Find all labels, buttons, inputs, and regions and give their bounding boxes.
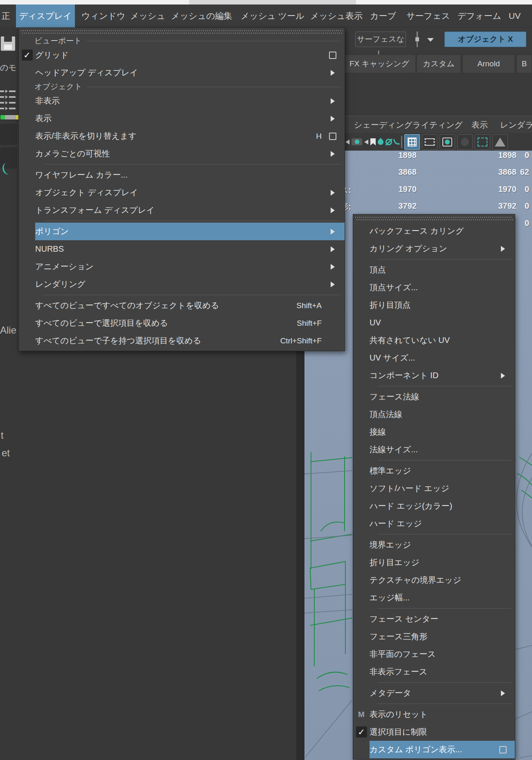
polygon-submenu-item-35[interactable]: ✓選択項目に制限 (353, 723, 515, 741)
display-menu-item-5[interactable]: 非表示 (19, 92, 345, 110)
display-menu-item-12[interactable]: トランスフォーム ディスプレイ (19, 201, 345, 219)
window-edge-block (189, 0, 356, 5)
polygon-submenu-item-23[interactable]: 折り目エッジ (353, 554, 515, 571)
panel-menu-0[interactable]: シェーディング (354, 116, 413, 133)
menubar-item-8[interactable]: サーフェス (406, 5, 450, 27)
polygon-submenu-item-32[interactable]: メタデータ (353, 684, 515, 702)
polygon-submenu-item-30[interactable]: 非表示フェース (353, 663, 515, 681)
menubar-item-5[interactable]: メッシュ ツール (241, 5, 304, 27)
menubar-item-4[interactable]: メッシュの編集 (171, 5, 232, 27)
panel-menu-1[interactable]: ライティング (413, 116, 463, 133)
polygon-submenu-item-29[interactable]: 非平面のフェース (353, 645, 515, 663)
display-menu-item-17[interactable]: レンダリング (19, 275, 345, 293)
panel-menu-2[interactable]: 表示 (471, 116, 488, 133)
polygon-submenu-item-2[interactable]: カリング オプション (353, 240, 515, 257)
selection-mask-field[interactable]: オブジェクト X (444, 32, 526, 47)
polygon-submenu-tearoff-handle[interactable] (355, 216, 513, 221)
grid-view-button[interactable] (404, 134, 420, 150)
display-menu-item-8[interactable]: カメラごとの可視性 (19, 145, 345, 162)
option-box[interactable] (499, 746, 507, 753)
menubar-item-7[interactable]: カーブ (370, 5, 396, 27)
option-box[interactable] (329, 52, 336, 59)
polygon-submenu-item-1[interactable]: バックフェース カリング (353, 222, 515, 240)
shelf-tab-3[interactable]: B (516, 54, 532, 73)
field-chart-button[interactable] (475, 134, 490, 150)
polygon-submenu-item-36[interactable]: カスタム ポリゴン表示... (353, 741, 515, 758)
polygon-submenu-item-8[interactable]: 共有されていない UV (353, 332, 515, 349)
display-menu-item-11[interactable]: オブジェクト ディスプレイ (19, 184, 345, 201)
shelf-tab-1[interactable]: カスタム (417, 54, 461, 73)
polygon-submenu-item-gutter: ✓ (353, 726, 370, 737)
panel-menu-3[interactable]: レンダラ (500, 116, 532, 133)
display-menu-item-16[interactable]: アニメーション (19, 258, 345, 275)
polygon-submenu-item-22[interactable]: 境界エッジ (353, 536, 515, 554)
pick-icon[interactable] (394, 138, 399, 145)
polygon-submenu-item-19[interactable]: ハード エッジ(カラー) (353, 497, 515, 515)
prev-arrow-icon[interactable] (345, 140, 349, 144)
safe-action-button[interactable] (492, 134, 508, 150)
menubar-item-0[interactable]: 正 (2, 5, 10, 27)
shelf-tab-2[interactable]: Arnold (462, 54, 515, 73)
display-menu-item-3[interactable]: ヘッドアップ ディスプレイ (19, 64, 345, 81)
display-menu-item-7[interactable]: 表示/非表示を切り替えますH (19, 127, 345, 145)
menubar-item-10[interactable]: UV (509, 5, 521, 27)
display-menu-tearoff-handle[interactable] (21, 29, 343, 35)
polygon-submenu-item-20[interactable]: ハード エッジ (353, 515, 515, 532)
menubar-item-9[interactable]: デフォーム (458, 5, 501, 27)
polygon-submenu-item-14[interactable]: 接線 (353, 423, 515, 441)
display-menu-item-15[interactable]: NURBS (19, 240, 345, 258)
display-menu-item-6[interactable]: 表示 (19, 110, 345, 127)
polygon-submenu-item-17[interactable]: 標準エッジ (353, 462, 515, 480)
save-icon[interactable] (1, 36, 15, 51)
polygon-submenu-item-15[interactable]: 法線サイズ... (353, 441, 515, 458)
polygon-submenu-item-4[interactable]: 頂点 (353, 261, 515, 279)
polygon-submenu-item-12[interactable]: フェース法線 (353, 388, 515, 406)
next-arrow-icon[interactable] (364, 140, 368, 144)
tool-button[interactable] (0, 124, 17, 145)
layer-editor-icon[interactable] (0, 90, 16, 113)
polygon-submenu-item-28[interactable]: フェース三角形 (353, 628, 515, 645)
option-box[interactable] (329, 133, 336, 140)
shelf-tab-0[interactable]: FX キャッシング (343, 54, 416, 73)
polygon-submenu-item-24[interactable]: テクスチャの境界エッジ (353, 571, 515, 589)
menubar-item-1[interactable]: ディスプレイ (16, 5, 75, 27)
status-slider-icon[interactable] (415, 32, 419, 47)
polygon-submenu-separator (378, 386, 512, 386)
display-menu-item-label: トランスフォーム ディスプレイ (35, 205, 155, 216)
polygon-submenu-item-5[interactable]: 頂点サイズ... (353, 279, 515, 296)
filmgate-button[interactable] (422, 134, 437, 150)
polygon-submenu-item-7[interactable]: UV (353, 314, 515, 332)
resolution-gate-button[interactable] (440, 134, 455, 150)
chevron-down-icon[interactable] (427, 38, 434, 42)
menubar-item-3[interactable]: メッシュ (130, 5, 165, 27)
camera-icon[interactable] (352, 138, 362, 145)
hud-count-value: 3792 (376, 201, 417, 211)
display-menu-item-label: 非表示 (35, 95, 60, 106)
polygon-submenu-item-18[interactable]: ソフト/ハード エッジ (353, 480, 515, 497)
bookmark-icon[interactable] (370, 138, 376, 146)
polygon-submenu-item-9[interactable]: UV サイズ... (353, 349, 515, 367)
menubar-item-6[interactable]: メッシュ表示 (310, 5, 363, 27)
display-menu-item-label: オブジェクト ディスプレイ (35, 187, 138, 198)
polygon-submenu-item-25[interactable]: エッジ幅... (353, 589, 515, 607)
polygon-submenu-item-27[interactable]: フェース センター (353, 610, 515, 628)
polygon-submenu-item-label: 折り目エッジ (370, 557, 419, 568)
display-menu-item-14[interactable]: ポリゴン (19, 223, 345, 240)
hud-count-value: 1898 (376, 151, 417, 160)
polygon-submenu-item-10[interactable]: コンポーネント ID (353, 367, 515, 384)
display-menu-item-2[interactable]: ✓グリッド (19, 46, 345, 64)
menubar-item-2[interactable]: ウィンドウ (81, 5, 125, 27)
display-menu-item-slot (325, 229, 340, 235)
display-menu-item-19[interactable]: すべてのビューですべてのオブジェクトを収めるShift+A (19, 297, 345, 314)
display-menu-item-20[interactable]: すべてのビューで選択項目を収めるShift+F (19, 314, 345, 332)
transform-magnet-icon[interactable] (385, 139, 392, 145)
gate-mask-button[interactable] (457, 134, 473, 150)
surface-type-field[interactable]: サーフェスなし (355, 32, 406, 47)
polygon-submenu-item-13[interactable]: 頂点法線 (353, 406, 515, 423)
display-menu-item-10[interactable]: ワイヤフレーム カラー... (19, 166, 345, 184)
display-menu-item-label: すべてのビューで選択項目を収める (35, 318, 168, 329)
display-menu-item-21[interactable]: すべてのビューで子を持つ選択項目を収めるCtrl+Shift+F (19, 332, 345, 350)
paint-icon[interactable] (378, 139, 383, 145)
polygon-submenu-item-34[interactable]: M表示のリセット (353, 706, 515, 723)
polygon-submenu-item-6[interactable]: 折り目頂点 (353, 296, 515, 314)
